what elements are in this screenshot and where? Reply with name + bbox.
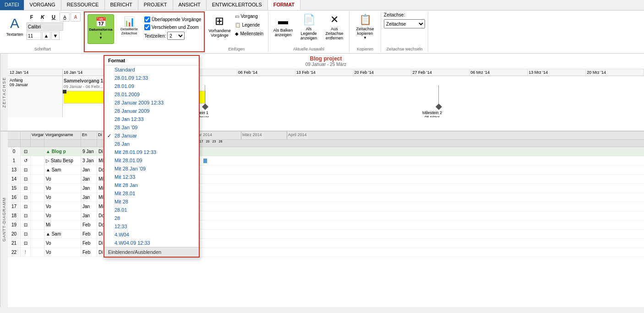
meilenstein-icon: ◆ [235,31,239,36]
dropdown-mit-28-01[interactable]: Mit 28.01 [104,189,199,198]
dropdown-28-01[interactable]: 28.01 [104,206,199,214]
dropdown-28[interactable]: 28 [104,214,199,222]
vorhandene-label: Vorhandene Vorgänge [208,28,231,38]
cell-17-num: 17 [8,202,21,211]
textarten-button[interactable]: A Textarten [5,12,25,40]
zeitachse-select-label: Zeitachse: [384,12,405,17]
dropdown-mit-28-jan[interactable]: Mit 28 Jan [104,181,199,189]
dropdown-4w04-09-time[interactable]: 4.W04.09 12:33 [104,239,199,247]
milestone1-diamond [202,104,208,110]
detaillierte-label: Detaillierte Zeitachse [118,27,141,35]
date-cell-9: 13 Mrz '14 [528,69,586,76]
main-content: ZEITACHSE Blog project 09 Januar - 25 Mä… [0,54,644,307]
dropdown-28-jan[interactable]: 28 Jan [104,140,199,148]
font-size-up[interactable]: ▲ [42,32,50,40]
tab-ansicht[interactable]: ANSICHT [173,0,207,10]
zeitachse-select[interactable]: Zeitachse [384,19,425,28]
tab-entwicklertools[interactable]: ENTWICKLERTOOLS [207,0,268,10]
wh-icon [21,140,31,147]
cell-19-name: Mi [44,220,81,229]
dropdown-28-jan-time[interactable]: 28 Jan 12:33 [104,115,199,123]
dropdown-mit-28[interactable]: Mit 28 [104,198,199,206]
vorhandene-vorgaenge-button[interactable]: ⊞ Vorhandene Vorgänge [207,12,231,40]
wh-num [8,140,21,147]
bold-button[interactable]: F [27,12,37,22]
datumsformat-icon: 📅 [95,16,107,27]
highlight-button[interactable]: A̲ [60,12,70,22]
underline-button[interactable]: U [49,12,59,22]
cell-0-name: ▲ Blog p [44,147,81,156]
dropdown-28-01-2009[interactable]: 28.01.2009 [104,90,199,99]
ueberlappende-checkbox-row[interactable]: Überlappende Vorgänge [144,16,201,23]
font-name-input[interactable]: Calibri [27,22,63,31]
tab-bericht[interactable]: BERICHT [105,0,138,10]
dropdown-mit-28-01-09[interactable]: Mit 28.01.09 [104,156,199,165]
format-dropdown: Format Standard 28.01.09 12:33 28.01.09 … [104,55,200,258]
tab-projekt[interactable]: PROJEKT [138,0,173,10]
gantt-section: GANTT-DIAGRAMM Vorgar Vorgangsname En Di… [0,132,644,307]
meilenstein-label: Meilenstein [240,31,263,36]
dropdown-mit-time[interactable]: Mit 12:33 [104,173,199,181]
ueberlappende-checkbox[interactable] [144,16,150,22]
dropdown-4w04[interactable]: 4.W04 [104,231,199,239]
schriftart-group: F K U A̲ A Calibri 11 ▲ ▼ [27,12,81,40]
color-button[interactable]: A [71,12,81,22]
zeitachse-side-label: ZEITACHSE [0,54,8,131]
zeitachse-kopieren-button[interactable]: 📋 Zeitachse kopieren ▼ [352,12,378,41]
tab-ressource[interactable]: RESSOURCE [61,0,105,10]
legende-button[interactable]: 📋 Legende [233,21,265,29]
cell-20-num: 20 [8,230,21,238]
cell-18-en: Jan [81,211,97,220]
cell-1-vorgaenger [31,156,44,165]
dropdown-time-only[interactable]: 12:33 [104,222,199,231]
cell-21-num: 21 [8,239,21,247]
vorgang-icon: ▭ [235,14,239,19]
datumsformat-button[interactable]: 📅 Datumsforma t ▼ [87,14,114,44]
meilenstein-button[interactable]: ◆ Meilenstein [233,30,265,38]
detaillierte-button[interactable]: 📊 Detaillierte Zeitachse [116,14,142,37]
dropdown-28-01-09[interactable]: 28.01.09 [104,82,199,90]
date-cell-4: 06 Feb '14 [237,69,295,76]
group-text-label: Schriftart [2,47,83,51]
cell-19-en: Feb [81,220,97,229]
tab-vorgang[interactable]: VORGANG [24,0,61,10]
vorgang-button[interactable]: ▭ Vorgang [233,12,265,20]
als-balken-button[interactable]: ▬ Als Balken anzeigen [271,12,295,40]
cell-0-icon: ⊡ [21,147,31,156]
textzeilen-label: Textzeilen: [144,33,166,38]
cell-16-num: 16 [8,193,21,202]
summary-label: Sammelvorgang 1 [64,78,103,83]
als-legende-button[interactable]: 📄 Als Legende anzeigen [297,12,321,42]
font-size-down[interactable]: ▼ [51,32,60,40]
font-size-input[interactable]: 11 [27,32,41,40]
dropdown-standard[interactable]: Standard [104,66,199,74]
dropdown-mit-28-01-09-time[interactable]: Mit 28.01.09 12:33 [104,148,199,156]
project-date: 09 Januar - 25 März [306,62,347,67]
dropdown-einblenden[interactable]: Einblenden/Ausblenden [104,247,199,257]
dot8 [203,159,207,163]
textzeilen-select[interactable]: 2 1 3 [167,32,185,40]
dropdown-28-jan-09[interactable]: 28 Jan '09 [104,123,199,132]
verschieben-checkbox-row[interactable]: Verschieben und Zoom [144,24,201,31]
ribbon-tabs: DATEI VORGANG RESSOURCE BERICHT PROJEKT … [0,0,644,11]
dropdown-mit-28-jan-09[interactable]: Mit 28 Jan '09 [104,165,199,173]
dropdown-28-01-09-time[interactable]: 28.01.09 12:33 [104,74,199,82]
cell-17-name: Vo [44,202,81,211]
wh-n [44,140,81,147]
dropdown-28-jan-2009[interactable]: 28 Januar 2009 [104,107,199,115]
group-zeitachse-wechseln: Zeitachse: Zeitachse Zeitachse wechseln [381,11,428,52]
verschieben-checkbox[interactable] [144,24,150,30]
dropdown-28-januar[interactable]: 28 Januar [104,132,199,140]
cell-20-en: Feb [81,230,97,238]
aus-zeitachse-button[interactable]: ✕ Aus Zeitachse entfernen [322,12,346,42]
tab-datei[interactable]: DATEI [0,0,24,10]
textarten-label: Textarten [6,32,23,37]
dropdown-28-jan-2009-time[interactable]: 28 Januar 2009 12:33 [104,99,199,107]
date-cell-7: 27 Feb '14 [411,69,469,76]
tab-format[interactable]: FORMAT [268,0,300,10]
cell-17-v [31,202,44,211]
date-cell-10: 20 Mrz '14 [586,69,644,76]
italic-button[interactable]: K [38,12,48,22]
cell-22-name: Vo [44,248,81,257]
h-vorgangsname: Vorgangsname [44,132,81,139]
